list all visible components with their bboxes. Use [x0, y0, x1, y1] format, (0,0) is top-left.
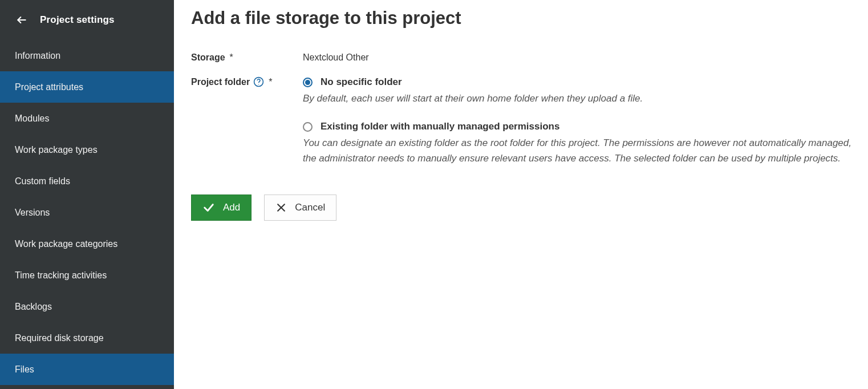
sidebar-item-files[interactable]: Files [0, 354, 174, 385]
sidebar-header: Project settings [0, 0, 174, 40]
cancel-button[interactable]: Cancel [264, 195, 336, 221]
radio-label: Existing folder with manually managed pe… [321, 121, 559, 132]
sidebar-item-label: Project attributes [15, 82, 83, 92]
radio-option-0: No specific folderBy default, each user … [303, 76, 852, 106]
sidebar-item-label: Required disk storage [15, 333, 104, 343]
sidebar: Project settings InformationProject attr… [0, 0, 174, 389]
main-content: Add a file storage to this project Stora… [174, 0, 868, 389]
sidebar-title: Project settings [40, 14, 115, 26]
radio-option-1: Existing folder with manually managed pe… [303, 121, 852, 166]
sidebar-item-label: Work package categories [15, 239, 117, 249]
sidebar-item-work-package-categories[interactable]: Work package categories [0, 228, 174, 260]
folder-options: No specific folderBy default, each user … [303, 76, 852, 181]
sidebar-item-information[interactable]: Information [0, 40, 174, 71]
sidebar-item-project-attributes[interactable]: Project attributes [0, 71, 174, 103]
sidebar-nav: InformationProject attributesModulesWork… [0, 40, 174, 385]
sidebar-item-label: Backlogs [15, 302, 52, 312]
add-button[interactable]: Add [191, 195, 252, 221]
add-button-label: Add [223, 202, 240, 213]
close-icon [275, 202, 287, 213]
storage-value: Nextcloud Other [303, 52, 852, 63]
cancel-button-label: Cancel [295, 202, 325, 213]
folder-label: Project folder * [191, 76, 303, 87]
form-actions: Add Cancel [191, 195, 852, 221]
sidebar-item-time-tracking-activities[interactable]: Time tracking activities [0, 260, 174, 291]
storage-label: Storage * [191, 52, 303, 63]
sidebar-item-label: Files [15, 364, 34, 375]
radio-description: By default, each user will start at thei… [303, 91, 852, 106]
radio-line[interactable]: No specific folder [303, 76, 852, 88]
form-row-storage: Storage * Nextcloud Other [191, 52, 852, 63]
page-title: Add a file storage to this project [191, 8, 852, 29]
form-row-folder: Project folder * No specific folderBy de… [191, 76, 852, 181]
sidebar-item-required-disk-storage[interactable]: Required disk storage [0, 322, 174, 354]
sidebar-item-label: Time tracking activities [15, 270, 107, 281]
sidebar-item-label: Custom fields [15, 176, 70, 187]
sidebar-item-label: Work package types [15, 145, 98, 155]
sidebar-item-modules[interactable]: Modules [0, 103, 174, 134]
radio-description: You can designate an existing folder as … [303, 136, 852, 166]
back-arrow-icon[interactable] [16, 14, 27, 26]
sidebar-item-label: Modules [15, 114, 49, 124]
radio-label: No specific folder [321, 76, 402, 88]
sidebar-item-backlogs[interactable]: Backlogs [0, 291, 174, 322]
sidebar-item-versions[interactable]: Versions [0, 197, 174, 228]
sidebar-item-work-package-types[interactable]: Work package types [0, 134, 174, 165]
sidebar-item-custom-fields[interactable]: Custom fields [0, 165, 174, 197]
help-icon[interactable] [253, 76, 264, 87]
radio-line[interactable]: Existing folder with manually managed pe… [303, 121, 852, 132]
sidebar-item-label: Versions [15, 208, 50, 218]
svg-point-2 [258, 84, 259, 84]
sidebar-item-label: Information [15, 51, 60, 61]
radio-control[interactable] [303, 122, 313, 132]
radio-control[interactable] [303, 78, 313, 87]
check-icon [202, 201, 215, 214]
